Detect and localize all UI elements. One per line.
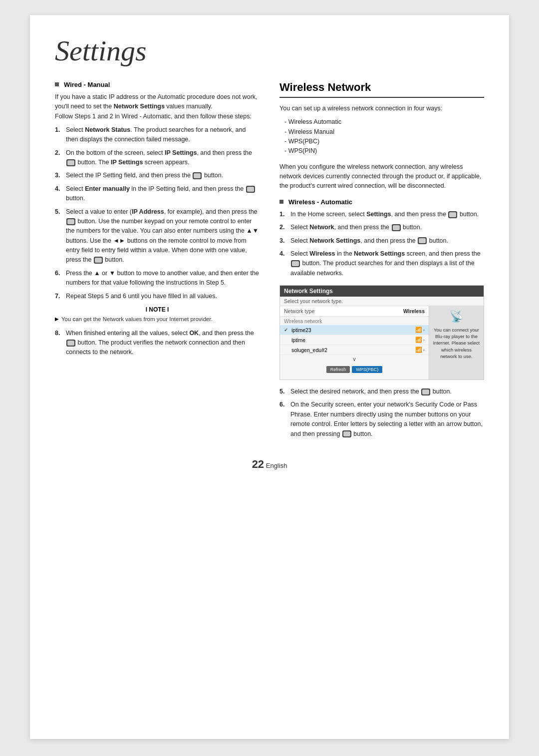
wifi-signal-icon: 📶 [415, 337, 422, 343]
w-step-1: In the Home screen, select Settings, and… [279, 210, 484, 219]
step-1: Select Network Status. The product searc… [55, 125, 260, 145]
button-icon [66, 340, 75, 347]
button-icon [66, 218, 75, 225]
wireless-network-label: Wireless network [280, 317, 429, 325]
wps-pbc-button[interactable]: WPS(PBC) [352, 366, 382, 373]
network-box-left: Network type Wireless Wireless network ✓… [280, 306, 429, 379]
list-item-wpspin: WPS(PIN) [284, 146, 484, 156]
w-step-6: On the Security screen, enter your netwo… [279, 400, 484, 439]
wifi-signal-icon: 📶 [415, 347, 422, 353]
page-title: Settings [55, 35, 484, 67]
step-8-list: When finished entering all the values, s… [55, 329, 260, 358]
page-footer: 22 English [55, 458, 484, 471]
refresh-button[interactable]: Refresh [326, 366, 350, 373]
note-label: I NOTE I [55, 306, 260, 313]
note-item-1: ▶ You can get the Network values from yo… [55, 315, 260, 324]
wifi-row-iptime23[interactable]: ✓ iptime23 📶 › [280, 325, 429, 335]
right-column: Wireless Network You can set up a wirele… [279, 81, 484, 443]
wifi-row-iptime[interactable]: iptime 📶 › [280, 335, 429, 345]
step-2: On the bottom of the screen, select IP S… [55, 148, 260, 168]
wireless-body: When you configure the wireless network … [279, 162, 484, 191]
w-step-4: Select Wireless in the Network Settings … [279, 249, 484, 278]
button-icon [421, 388, 430, 395]
step-8: When finished entering all the values, s… [55, 329, 260, 358]
w-step-5: Select the desired network, and then pre… [279, 387, 484, 396]
button-icon [418, 237, 427, 244]
button-icon [448, 211, 457, 218]
network-box-subheader: Select your network type. [280, 297, 484, 306]
button-icon [342, 430, 351, 437]
network-box-side-text: You can connect your Blu-ray player to t… [432, 327, 481, 360]
wireless-auto-steps: In the Home screen, select Settings, and… [279, 210, 484, 278]
wifi-row-solugen[interactable]: solugen_edu#2 📶 › [280, 345, 429, 355]
wifi-arrow-icon: › [423, 338, 425, 343]
wifi-name: iptime [291, 337, 413, 343]
step-7: Repeat Steps 5 and 6 until you have fill… [55, 292, 260, 301]
network-box-right: 📡 You can connect your Blu-ray player to… [429, 306, 484, 379]
network-type-row: Network type Wireless [280, 306, 429, 317]
network-box-inner: Network type Wireless Wireless network ✓… [280, 306, 484, 379]
button-icon [66, 159, 75, 166]
wifi-name: iptime23 [291, 327, 413, 333]
wifi-name: solugen_edu#2 [291, 347, 413, 353]
list-item-automatic: Wireless Automatic [284, 117, 484, 127]
wired-manual-intro: If you have a static IP address or the A… [55, 92, 260, 121]
page-number: 22 [252, 458, 264, 470]
network-settings-box: Network Settings Select your network typ… [279, 285, 484, 380]
button-icon [94, 257, 103, 264]
note-text-1: You can get the Network values from your… [61, 315, 213, 324]
wifi-check-icon: ✓ [284, 327, 290, 333]
wifi-arrow-icon: › [423, 348, 425, 353]
note-section: I NOTE I ▶ You can get the Network value… [55, 306, 260, 324]
button-icon [291, 260, 300, 267]
wifi-arrow-icon: › [423, 328, 425, 333]
wireless-list: Wireless Automatic Wireless Manual WPS(P… [284, 117, 484, 156]
step-6: Press the ▲ or ▼ button to move to anoth… [55, 269, 260, 288]
w-step-3: Select Network Settings, and then press … [279, 236, 484, 246]
wireless-network-heading: Wireless Network [279, 81, 484, 98]
wired-manual-steps: Select Network Status. The product searc… [55, 125, 260, 301]
w-step-2: Select Network, and then press the butto… [279, 223, 484, 232]
list-item-manual: Wireless Manual [284, 127, 484, 137]
network-box-buttons: Refresh WPS(PBC) [280, 364, 429, 376]
button-icon [246, 186, 255, 193]
left-column: Wired - Manual If you have a static IP a… [55, 81, 260, 362]
button-icon [392, 224, 401, 231]
step-3: Select the IP Setting field, and then pr… [55, 171, 260, 180]
wireless-intro: You can set up a wireless network connec… [279, 104, 484, 113]
step-5: Select a value to enter (IP Address, for… [55, 207, 260, 265]
note-arrow-icon: ▶ [55, 316, 59, 322]
step-4: Select Enter manually in the IP Setting … [55, 184, 260, 204]
wifi-signal-icon: 📶 [415, 327, 422, 333]
bullet-square-icon [279, 200, 283, 204]
network-type-label: Network type [284, 308, 314, 314]
wireless-steps-5-6: Select the desired network, and then pre… [279, 387, 484, 439]
button-icon [193, 172, 202, 179]
antenna-icon: 📡 [450, 309, 463, 325]
page-language-label: English [266, 462, 287, 469]
list-item-wpspbc: WPS(PBC) [284, 137, 484, 146]
wireless-automatic-heading: Wireless - Automatic [279, 198, 484, 206]
network-type-value: Wireless [403, 308, 425, 314]
network-box-header: Network Settings [280, 286, 484, 297]
wired-manual-heading: Wired - Manual [55, 81, 260, 88]
bullet-square-icon [55, 82, 59, 86]
